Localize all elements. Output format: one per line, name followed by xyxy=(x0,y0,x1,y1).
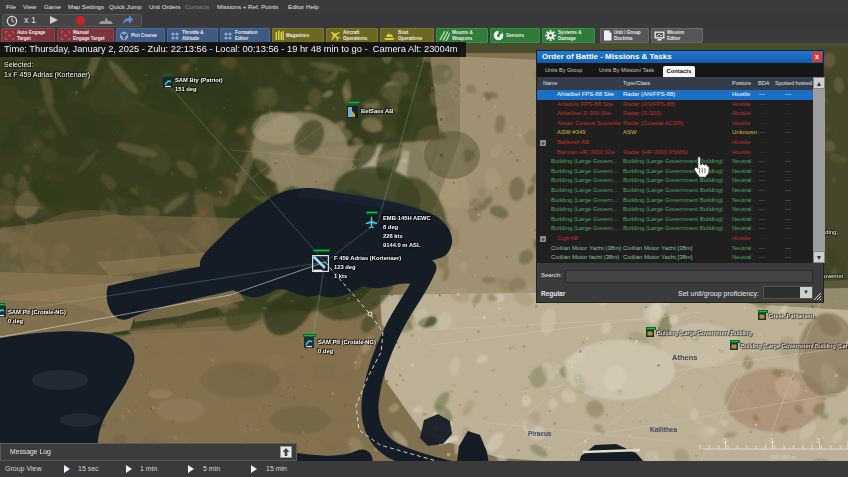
svg-text:2: 2 xyxy=(816,437,820,444)
svg-text:0: 0 xyxy=(723,437,727,444)
svg-text:1: 1 xyxy=(770,437,774,444)
svg-text:100,000 m: 100,000 m xyxy=(770,454,796,460)
